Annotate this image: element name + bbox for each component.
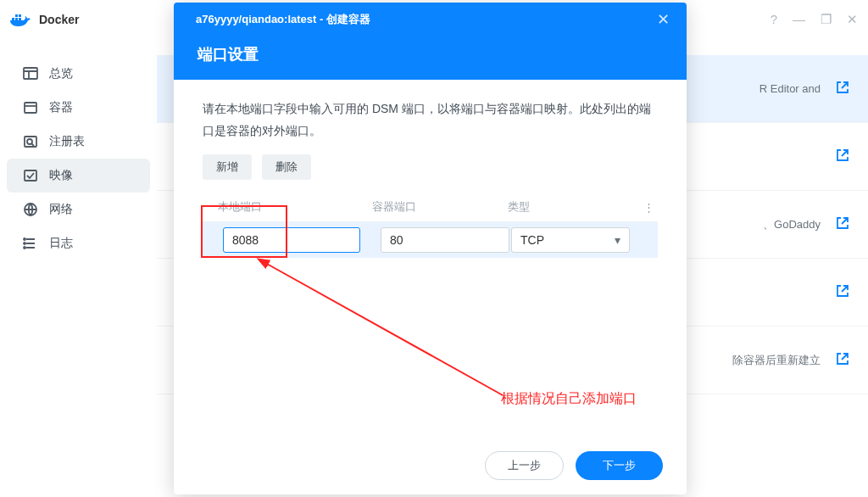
delete-button[interactable]: 删除 bbox=[262, 154, 311, 180]
minimize-button[interactable]: — bbox=[793, 12, 805, 27]
app-title: Docker bbox=[39, 13, 79, 26]
sidebar-item-label: 网络 bbox=[49, 202, 73, 217]
network-icon bbox=[22, 201, 39, 218]
close-window-button[interactable]: ✕ bbox=[847, 12, 858, 27]
local-port-input[interactable] bbox=[223, 227, 360, 253]
sidebar-item-label: 映像 bbox=[49, 168, 73, 183]
modal-title: 端口设置 bbox=[196, 44, 670, 64]
back-button[interactable]: 上一步 bbox=[485, 451, 564, 480]
col-container-port: 容器端口 bbox=[357, 199, 501, 215]
container-port-input[interactable] bbox=[381, 227, 509, 253]
modal-description: 请在本地端口字段中输入可用的 DSM 端口，以将端口与容器端口映射。此处列出的端… bbox=[203, 98, 658, 142]
svg-line-14 bbox=[265, 263, 503, 395]
modal-subtitle: a76yyyy/qiandao:latest - 创建容器 bbox=[196, 12, 370, 27]
sidebar-item-label: 日志 bbox=[49, 236, 73, 251]
svg-rect-0 bbox=[12, 18, 14, 20]
add-button[interactable]: 新增 bbox=[203, 154, 252, 180]
svg-point-11 bbox=[24, 238, 25, 240]
maximize-button[interactable]: ❐ bbox=[821, 12, 832, 27]
sidebar-item-label: 容器 bbox=[49, 100, 73, 115]
svg-point-13 bbox=[24, 247, 25, 248]
close-icon[interactable]: ✕ bbox=[657, 10, 670, 29]
svg-rect-5 bbox=[24, 68, 37, 79]
svg-rect-4 bbox=[19, 14, 21, 17]
sidebar-item-registry[interactable]: 注册表 bbox=[0, 125, 157, 159]
chevron-down-icon: ▾ bbox=[615, 233, 620, 247]
help-button[interactable]: ? bbox=[771, 12, 777, 27]
sidebar-item-log[interactable]: 日志 bbox=[0, 226, 157, 260]
svg-point-12 bbox=[24, 243, 25, 244]
type-select[interactable]: TCP ▾ bbox=[511, 227, 630, 253]
svg-rect-6 bbox=[25, 103, 36, 113]
port-table: 本地端口 容器端口 类型 ⋮ TCP ▾ bbox=[203, 193, 658, 258]
sidebar-item-network[interactable]: 网络 bbox=[0, 193, 157, 226]
image-icon bbox=[22, 167, 39, 184]
docker-logo bbox=[10, 12, 31, 27]
next-button[interactable]: 下一步 bbox=[576, 451, 663, 480]
create-container-modal: a76yyyy/qiandao:latest - 创建容器 ✕ 端口设置 请在本… bbox=[174, 3, 687, 494]
sidebar-item-overview[interactable]: 总览 bbox=[0, 57, 157, 91]
table-row[interactable]: TCP ▾ bbox=[203, 222, 658, 258]
sidebar-item-label: 注册表 bbox=[49, 134, 85, 149]
sidebar-item-image[interactable]: 映像 bbox=[7, 159, 150, 193]
open-external-icon[interactable] bbox=[836, 216, 849, 232]
dashboard-icon bbox=[22, 65, 39, 82]
svg-rect-2 bbox=[19, 18, 21, 20]
svg-rect-9 bbox=[25, 170, 36, 181]
sidebar-item-label: 总览 bbox=[49, 66, 73, 81]
log-icon bbox=[22, 235, 39, 252]
svg-rect-3 bbox=[15, 14, 18, 17]
more-icon[interactable]: ⋮ bbox=[628, 201, 658, 214]
sidebar: 总览 容器 注册表 映像 网络 日志 bbox=[0, 38, 157, 497]
open-external-icon[interactable] bbox=[836, 284, 849, 300]
sidebar-item-container[interactable]: 容器 bbox=[0, 91, 157, 125]
col-local-port: 本地端口 bbox=[203, 199, 357, 215]
col-type: 类型 bbox=[501, 199, 628, 215]
annotation-text: 根据情况自己添加端口 bbox=[501, 390, 637, 408]
svg-rect-1 bbox=[15, 18, 18, 20]
open-external-icon[interactable] bbox=[836, 148, 849, 165]
container-icon bbox=[22, 99, 39, 116]
type-select-value: TCP bbox=[520, 233, 544, 247]
registry-icon bbox=[22, 133, 39, 150]
open-external-icon[interactable] bbox=[836, 352, 849, 368]
open-external-icon[interactable] bbox=[836, 81, 849, 97]
